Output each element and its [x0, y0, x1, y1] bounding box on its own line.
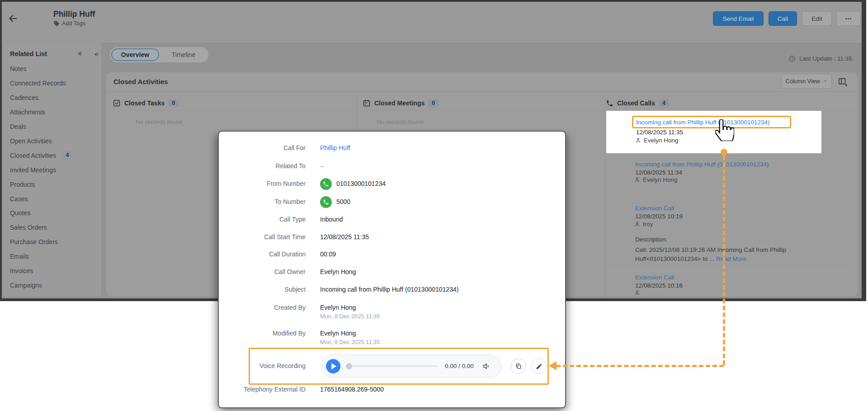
copy-recording-button[interactable] [511, 359, 526, 374]
field-label: Call Start Time [197, 233, 306, 241]
phone-icon [606, 99, 613, 107]
audio-progress-track[interactable] [349, 365, 438, 367]
sidebar-item-purchase-orders[interactable]: Purchase Orders [10, 238, 58, 246]
to-number-value: 5000 [336, 198, 350, 205]
sidebar-item-products[interactable]: Products [10, 181, 35, 188]
hand-pointer-icon [715, 119, 734, 141]
tab-timeline[interactable]: Timeline [165, 48, 202, 61]
call-row-date: 12/08/2025 11:35 [636, 129, 683, 136]
connector-dot [721, 149, 727, 156]
sidebar-item-emails[interactable]: Emails [10, 253, 29, 260]
volume-button[interactable] [482, 362, 491, 371]
sidebar-item-deals[interactable]: Deals [10, 123, 26, 130]
call-row-link[interactable]: Incoming call from Phillip Huff (0101300… [635, 161, 769, 168]
edit-button[interactable]: Edit [802, 11, 832, 26]
call-row-date: 12/08/2025 11:34 [635, 169, 682, 176]
person-icon [634, 221, 640, 227]
call-start-time-value: 12/08/2025 11:35 [320, 233, 369, 241]
closed-activities-count-badge: 4 [62, 151, 72, 159]
sidebar-item-notes[interactable]: Notes [10, 65, 27, 72]
field-label: Call Type [197, 216, 306, 223]
created-by-datetime: Mon, 8 Dec 2025 11:35 [320, 313, 380, 320]
read-more-link[interactable]: Read More [716, 255, 746, 262]
closed-calls-title: Closed Calls [617, 99, 655, 107]
closed-tasks-count: 0 [168, 99, 179, 107]
sidebar-item-attachments[interactable]: Attachments [10, 109, 45, 116]
screenshot-stage: P Phillip Huff Add Tags Send Email Call … [0, 0, 868, 411]
modified-by-value: Evelyn Hong [320, 330, 356, 337]
sidebar-item-closed-activities[interactable]: Closed Activities [10, 152, 56, 159]
modified-by-datetime: Mon, 8 Dec 2025 11:35 [320, 339, 380, 345]
tab-overview[interactable]: Overview [111, 48, 159, 61]
more-actions-button[interactable]: ••• [836, 11, 861, 26]
sidebar-item-sales-orders[interactable]: Sales Orders [10, 224, 47, 231]
sidebar-item-quotes[interactable]: Quotes [10, 209, 30, 217]
column-view-label: Column View [785, 78, 820, 85]
field-label: Call For [197, 144, 306, 151]
sidebar-item-connected-records[interactable]: Connected Records [10, 80, 66, 87]
sidebar-collapse-icon[interactable] [76, 51, 82, 57]
call-row-link[interactable]: Extension Call [635, 205, 674, 212]
collapse-left-icon [93, 52, 99, 57]
add-tags-button[interactable]: Add Tags [53, 20, 85, 27]
closed-calls-count: 4 [659, 99, 669, 107]
chevron-down-icon [823, 79, 828, 84]
closed-meetings-column-header: Closed Meetings 0 [363, 99, 439, 107]
field-label: From Number [197, 180, 306, 187]
page-title: Phillip Huff [53, 9, 95, 19]
play-button[interactable] [326, 359, 340, 373]
from-number-value: 01013000101234 [336, 180, 386, 187]
sidebar-item-open-activities[interactable]: Open Activities [10, 137, 52, 145]
related-list-title: Related List [10, 50, 47, 57]
phone-call-icon[interactable] [320, 196, 332, 208]
add-tags-label: Add Tags [62, 20, 85, 27]
field-label: Call Duration [197, 250, 306, 258]
sidebar-item-invited-meetings[interactable]: Invited Meetings [10, 166, 56, 174]
call-row-owner-partial [634, 290, 640, 296]
phone-call-icon[interactable] [320, 178, 332, 190]
field-label: Related To [197, 162, 306, 170]
connector-horizontal-dashed-line [556, 365, 724, 367]
created-by-value: Evelyn Hong [320, 304, 356, 311]
calendar-icon [363, 99, 371, 107]
field-label: Subject [197, 286, 306, 293]
sidebar-item-cadences[interactable]: Cadences [10, 94, 38, 101]
field-label: Call Owner [197, 268, 306, 275]
call-row-link[interactable]: Extension Call [635, 274, 674, 281]
owner-name: Evelyn Hong [643, 176, 678, 183]
no-records-meetings: No records found [377, 118, 424, 125]
add-column-icon [838, 77, 848, 87]
field-label: Created By [197, 304, 306, 311]
person-icon [634, 290, 640, 296]
task-check-icon [113, 99, 121, 107]
sidebar-item-cases[interactable]: Cases [10, 195, 28, 203]
sidebar-item-invoices[interactable]: Invoices [10, 267, 33, 274]
edit-recording-button[interactable] [531, 359, 547, 374]
owner-name: Evelyn Hong [644, 137, 679, 144]
call-row-owner: troy [634, 221, 653, 227]
tag-icon [53, 20, 60, 27]
call-for-link[interactable]: Phillip Huff [320, 144, 350, 151]
call-owner-value: Evelyn Hong [320, 268, 356, 275]
back-button[interactable] [7, 13, 19, 24]
add-column-button[interactable] [838, 77, 848, 87]
call-duration-value: 00:09 [320, 250, 336, 258]
closed-tasks-column-header: Closed Tasks 0 [113, 99, 179, 107]
panel-collapse-icon[interactable] [93, 52, 99, 57]
pencil-icon [536, 363, 542, 370]
mouse-cursor-hand [715, 119, 734, 141]
last-update-text: Last Update : 11:35 [799, 55, 852, 62]
sidebar-item-campaigns[interactable]: Campaigns [10, 282, 42, 289]
person-icon [634, 177, 640, 183]
audio-progress-knob[interactable] [346, 363, 352, 369]
column-view-dropdown[interactable]: Column View [781, 74, 832, 89]
call-button[interactable]: Call [769, 11, 797, 26]
call-row-date: 12/08/2025 10:16 [635, 282, 683, 289]
description-text: Call: 2025/12/08 10:19:26 AM Incoming Ca… [635, 246, 786, 262]
closed-tasks-title: Closed Tasks [124, 99, 165, 107]
closed-calls-column-header: Closed Calls 4 [606, 99, 669, 107]
send-email-button[interactable]: Send Email [713, 11, 764, 26]
audio-time: 0.00 / 0.00 [445, 363, 474, 369]
copy-icon [515, 363, 522, 370]
incoming-call-link[interactable]: Incoming call from Phillip Huff (0101300… [636, 119, 769, 126]
